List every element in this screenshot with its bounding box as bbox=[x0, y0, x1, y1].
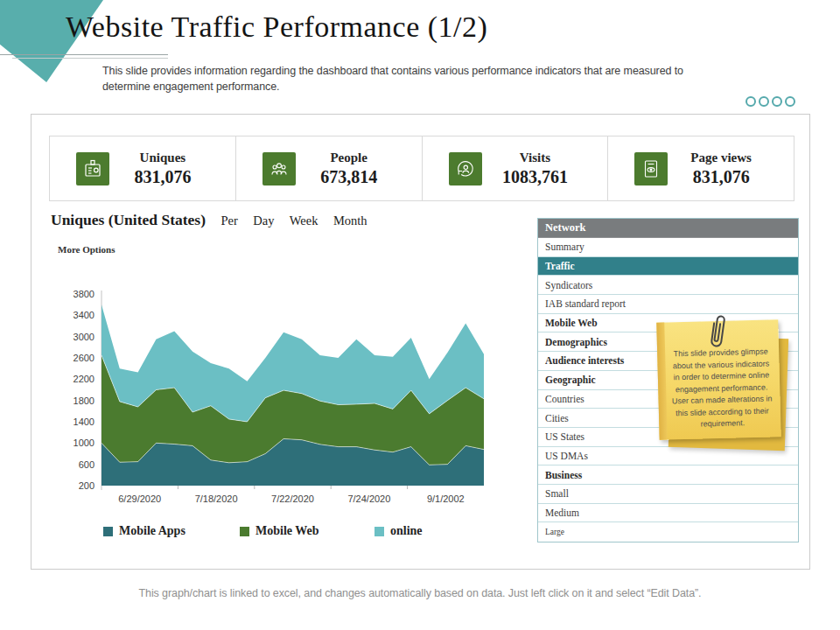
pagination-dot bbox=[785, 96, 795, 107]
network-row-traffic[interactable]: Traffic bbox=[538, 257, 798, 276]
title-underline-secondary bbox=[12, 58, 168, 59]
legend-item-mobile-apps[interactable]: Mobile Apps bbox=[103, 524, 186, 538]
svg-text:3000: 3000 bbox=[74, 332, 94, 342]
legend-item-mobile-web[interactable]: Mobile Web bbox=[240, 524, 318, 538]
footer-note: This graph/chart is linked to excel, and… bbox=[0, 587, 840, 599]
legend-swatch-mobile-apps bbox=[103, 527, 113, 536]
chart-header: Uniques (United States) Per Day Week Mon… bbox=[51, 211, 368, 229]
legend-label: Mobile Apps bbox=[119, 524, 186, 538]
network-row-medium[interactable]: Medium bbox=[538, 504, 798, 523]
svg-text:7/18/2020: 7/18/2020 bbox=[195, 494, 238, 504]
svg-text:3400: 3400 bbox=[74, 310, 94, 320]
network-row-summary[interactable]: Summary bbox=[538, 238, 798, 257]
network-row-small[interactable]: Small bbox=[538, 485, 798, 504]
svg-text:7/24/2020: 7/24/2020 bbox=[347, 494, 390, 504]
svg-text:1400: 1400 bbox=[74, 416, 94, 427]
kpi-value: 1083,761 bbox=[502, 167, 568, 187]
chart-title: Uniques (United States) bbox=[51, 211, 206, 228]
slide-subtitle: This slide provides information regardin… bbox=[102, 63, 687, 94]
kpi-label: Visits bbox=[520, 150, 550, 165]
svg-text:9/1/2002: 9/1/2002 bbox=[427, 494, 465, 504]
legend-label: Mobile Web bbox=[256, 524, 318, 538]
legend-swatch-online bbox=[374, 527, 384, 536]
kpi-visits: Visits 1083,761 bbox=[423, 136, 609, 200]
network-row-business[interactable]: Business bbox=[538, 466, 798, 485]
period-label-per: Per bbox=[220, 214, 237, 228]
kpi-uniques: Uniques 831,076 bbox=[50, 136, 236, 200]
slide-title: Website Traffic Performance (1/2) bbox=[66, 10, 487, 44]
network-row-large[interactable]: Large bbox=[538, 522, 798, 542]
title-underline bbox=[0, 54, 168, 55]
legend-swatch-mobile-web bbox=[240, 527, 249, 536]
svg-text:1000: 1000 bbox=[74, 438, 94, 448]
svg-text:600: 600 bbox=[79, 459, 94, 470]
kpi-bar: Uniques 831,076 People 673,814 bbox=[49, 136, 794, 201]
dashboard-panel: Uniques 831,076 People 673,814 bbox=[31, 114, 810, 570]
svg-text:2200: 2200 bbox=[74, 374, 94, 384]
legend-item-online[interactable]: online bbox=[374, 524, 423, 538]
kpi-label: People bbox=[330, 150, 368, 165]
network-row-syndicators[interactable]: Syndicators bbox=[538, 276, 798, 295]
page-views-icon bbox=[634, 152, 668, 186]
pagination-dot bbox=[759, 96, 769, 107]
visits-icon bbox=[449, 152, 482, 186]
kpi-value: 831,076 bbox=[693, 167, 750, 187]
people-icon bbox=[262, 152, 296, 186]
svg-text:6/29/2020: 6/29/2020 bbox=[118, 494, 161, 504]
kpi-value: 831,076 bbox=[134, 167, 191, 187]
pagination-dots bbox=[746, 96, 795, 107]
kpi-label: Page views bbox=[690, 150, 752, 165]
svg-text:3800: 3800 bbox=[74, 289, 94, 299]
svg-text:2600: 2600 bbox=[74, 353, 94, 363]
legend-label: online bbox=[390, 524, 423, 538]
svg-text:7/22/2020: 7/22/2020 bbox=[271, 494, 314, 504]
more-options-button[interactable]: More Options bbox=[58, 244, 116, 255]
id-badge-icon bbox=[76, 152, 109, 186]
network-panel-header: Network bbox=[538, 219, 798, 238]
pagination-dot bbox=[772, 96, 782, 107]
svg-text:200: 200 bbox=[79, 480, 94, 491]
paperclip-icon bbox=[707, 311, 728, 351]
svg-text:1800: 1800 bbox=[74, 396, 94, 406]
network-row-iab-standard-report[interactable]: IAB standard report bbox=[538, 295, 798, 314]
pagination-dot bbox=[746, 96, 756, 107]
period-option-month[interactable]: Month bbox=[333, 214, 368, 228]
period-option-day[interactable]: Day bbox=[253, 214, 274, 228]
kpi-value: 673,814 bbox=[320, 167, 377, 187]
kpi-label: Uniques bbox=[140, 150, 186, 165]
period-option-week[interactable]: Week bbox=[290, 214, 318, 228]
kpi-page-views: Page views 831,076 bbox=[608, 136, 794, 200]
traffic-area-chart[interactable]: 200600100014001800220026003000340038006/… bbox=[32, 287, 522, 514]
kpi-people: People 673,814 bbox=[236, 136, 423, 200]
